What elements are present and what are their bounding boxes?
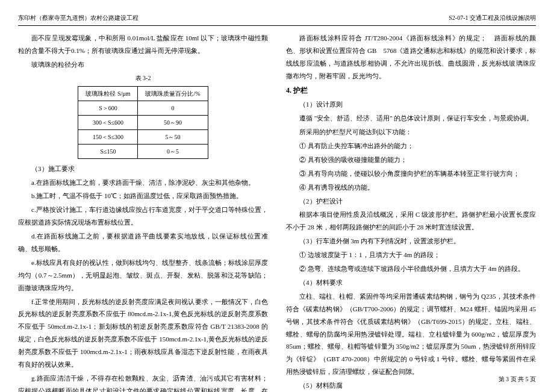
d3-li2: ② 急弯、连续急弯或连续下坡路段小半径曲线外侧，且填方大于 4m 的路段。 [286,263,536,275]
h4-guardrail: 4. 护栏 [286,84,536,98]
table-row: 玻璃珠粒径 S/μm 玻璃珠质量百分比/% [78,86,208,101]
d1-p1: 遵循 "安全、舒适、经济、适用" 的总体设计原则，保证行车安全，与景观协调。 [286,112,536,125]
s3-c: c.严格按设计施工，车行道边缘线应按占行车道宽度，对于平交道口等特殊位置，应根据… [18,204,268,229]
para-intro: 面不应呈现发霉现象，中和所用 0.01mol/L 盐酸应在 10ml 以下；玻璃… [18,32,268,57]
table-row: S≤150 0～5 [78,144,208,158]
s3-d: d.在路面标线施工之前，要根据道路平曲线要素实地放线，以保证标线位置准确、线形顺… [18,230,268,255]
d4-title: （4）材料要求 [286,276,536,289]
s3-g: g.路面应清洁干燥，不得存在松散颗粒、灰尘、沥青渣、油污或其它有害材料；应根据公… [18,372,268,392]
s3-f: f.正常使用期间，反光标线的逆反射亮度应满足夜间视认要求，一般情况下，白色反光标… [18,296,268,371]
table-row: S＞600 0 [78,101,208,115]
table-caption: 表 3-2 [18,72,268,84]
d1-li4: ④ 具有诱导视线的功能。 [286,181,536,194]
d1-li2: ② 具有较强的吸收碰撞能量的能力； [286,154,536,166]
s3-e: e.标线应具有良好的视认性，做到标线均匀、线型整齐、线条流畅；标线涂层厚度均匀（… [18,257,268,294]
s3-title: （3）施工要求 [18,163,268,175]
s3-b: b.施工时，气温不得低于 10℃；如路面温度过低，应采取路面预热措施。 [18,190,268,202]
th-size: 玻璃珠粒径 S/μm [78,86,138,101]
s3-a: a.在路面标线施工之前，要求路面干燥、清洁，除净泥砂、灰尘和其他杂物。 [18,176,268,189]
d1-p2: 所采用的护栏型尺可能达到以下功能： [286,126,536,138]
d1-li3: ③ 具有导向功能，使碰以较小角度撞向护栏的车辆基本转至正常行驶方向； [286,167,536,180]
d1-li1: ① 具有防止失控车辆冲出路外的能力； [286,140,536,152]
bead-title: 玻璃珠的粒径分布 [18,58,268,71]
page-footer: 第 3 页 共 5 页 [499,373,537,385]
d3-li1: ① 边坡坡度陡于 1：1，且填方大于 4m 的路段； [286,249,536,261]
table-row: 300＜S≤600 50～90 [78,115,208,129]
r-p1: 路面标线涂料应符合 JT/T280-2004《路面标线涂料》的规定； 路面标线的… [286,32,536,82]
d3-title: （3）行车道外侧 3m 内有下列情况时，设置波形护栏。 [286,235,536,247]
header-right: S2-07-1 交通工程及沿线设施说明 [449,12,536,23]
page-content: 面不应呈现发霉现象，中和所用 0.01mol/L 盐酸应在 10ml 以下；玻璃… [18,32,536,392]
right-column: 路面标线涂料应符合 JT/T280-2004《路面标线涂料》的规定； 路面标线的… [286,32,536,392]
page-header: 东印村（蔡家寺至九道拐）农村公路建设工程 S2-07-1 交通工程及沿线设施说明 [18,12,536,26]
d2-title: （2）护栏设计 [286,195,536,208]
bead-table: 玻璃珠粒径 S/μm 玻璃珠质量百分比/% S＞600 0 300＜S≤600 … [78,86,208,159]
table-row: 150＜S≤300 5～50 [78,129,208,144]
header-left: 东印村（蔡家寺至九道拐）农村公路建设工程 [18,12,138,23]
th-percent: 玻璃珠质量百分比/% [138,86,208,101]
d2-p1: 根据本项目使用性质及沿线概况，采用 C 级波形护栏。路侧护栏最小设置长度应不小于… [286,208,536,234]
d4-p1: 立柱、端柱、柱帽、紧固件等均采用普通碳素结构钢，钢号为 Q235，其技术条件符合… [286,290,536,378]
left-column: 面不应呈现发霉现象，中和所用 0.01mol/L 盐酸应在 10ml 以下；玻璃… [18,32,268,392]
d1-title: （1）设计原则 [286,98,536,111]
